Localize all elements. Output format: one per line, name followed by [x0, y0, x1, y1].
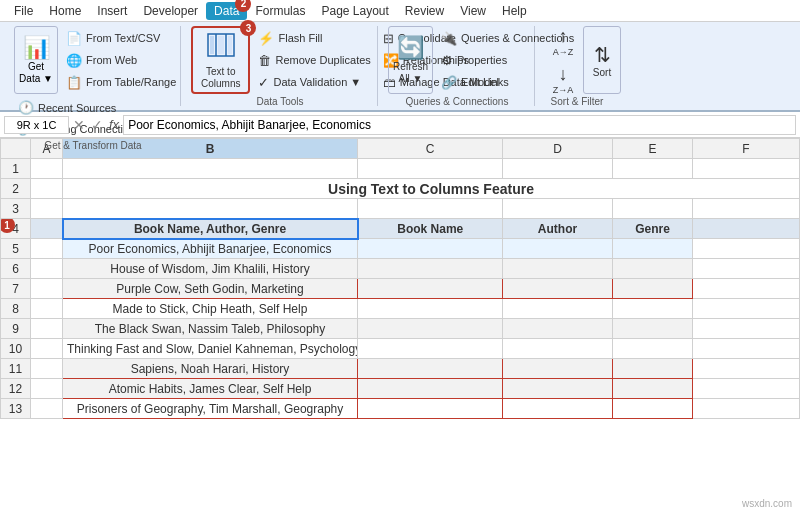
cell-a5[interactable] [31, 239, 63, 259]
sort-az-button[interactable]: ↑ A→Z [545, 24, 581, 59]
cell-f10[interactable] [693, 339, 800, 359]
cell-e3[interactable] [613, 199, 693, 219]
from-table-button[interactable]: 📋 From Table/Range [62, 73, 180, 92]
menu-view[interactable]: View [452, 2, 494, 20]
cell-b12[interactable]: Atomic Habits, James Clear, Self Help [63, 379, 358, 399]
confirm-icon[interactable]: ✓ [91, 117, 103, 133]
cell-d13[interactable] [503, 399, 613, 419]
from-web-button[interactable]: 🌐 From Web [62, 51, 180, 70]
cell-e5[interactable] [613, 239, 693, 259]
cell-b1[interactable] [63, 159, 358, 179]
sort-za-button[interactable]: ↓ Z→A [545, 62, 581, 97]
col-header-d[interactable]: D [503, 139, 613, 159]
cell-f12[interactable] [693, 379, 800, 399]
cell-c8[interactable] [358, 299, 503, 319]
cell-c4[interactable]: Book Name [358, 219, 503, 239]
cell-d3[interactable] [503, 199, 613, 219]
cell-c11[interactable] [358, 359, 503, 379]
cell-c12[interactable] [358, 379, 503, 399]
cell-d10[interactable] [503, 339, 613, 359]
menu-developer[interactable]: Developer [135, 2, 206, 20]
cell-a10[interactable] [31, 339, 63, 359]
cell-c6[interactable] [358, 259, 503, 279]
cell-d11[interactable] [503, 359, 613, 379]
cell-c9[interactable] [358, 319, 503, 339]
cell-a2[interactable] [31, 179, 63, 199]
cell-b3[interactable] [63, 199, 358, 219]
cell-a12[interactable] [31, 379, 63, 399]
cell-e4[interactable]: Genre [613, 219, 693, 239]
cell-c5[interactable] [358, 239, 503, 259]
cell-a8[interactable] [31, 299, 63, 319]
cell-b9[interactable]: The Black Swan, Nassim Taleb, Philosophy [63, 319, 358, 339]
cell-a7[interactable] [31, 279, 63, 299]
cell-f6[interactable] [693, 259, 800, 279]
refresh-all-button[interactable]: 🔄 RefreshAll ▼ [388, 26, 433, 94]
sort-button[interactable]: ⇅ Sort [583, 26, 621, 94]
col-header-c[interactable]: C [358, 139, 503, 159]
cell-f7[interactable] [693, 279, 800, 299]
cancel-icon[interactable]: ✕ [73, 117, 85, 133]
data-validation-button[interactable]: ✓ Data Validation ▼ [254, 73, 374, 92]
cell-d12[interactable] [503, 379, 613, 399]
cell-f13[interactable] [693, 399, 800, 419]
cell-f3[interactable] [693, 199, 800, 219]
cell-e8[interactable] [613, 299, 693, 319]
cell-b2-title[interactable]: Using Text to Columns Feature [63, 179, 800, 199]
get-data-button[interactable]: 📊 GetData ▼ [14, 26, 58, 94]
cell-a3[interactable] [31, 199, 63, 219]
cell-c3[interactable] [358, 199, 503, 219]
cell-e10[interactable] [613, 339, 693, 359]
flash-fill-button[interactable]: ⚡ Flash Fill [254, 29, 374, 48]
cell-a9[interactable] [31, 319, 63, 339]
cell-f9[interactable] [693, 319, 800, 339]
cell-d9[interactable] [503, 319, 613, 339]
col-header-f[interactable]: F [693, 139, 800, 159]
cell-d4[interactable]: Author [503, 219, 613, 239]
menu-data[interactable]: Data 2 [206, 2, 247, 20]
cell-c13[interactable] [358, 399, 503, 419]
cell-b7[interactable]: Purple Cow, Seth Godin, Marketing [63, 279, 358, 299]
menu-page-layout[interactable]: Page Layout [313, 2, 396, 20]
insert-function-icon[interactable]: fx [109, 117, 119, 132]
cell-b6[interactable]: House of Wisdom, Jim Khalili, History [63, 259, 358, 279]
text-to-columns-button[interactable]: Text toColumns [195, 30, 246, 90]
menu-home[interactable]: Home [41, 2, 89, 20]
cell-b8[interactable]: Made to Stick, Chip Heath, Self Help [63, 299, 358, 319]
cell-a13[interactable] [31, 399, 63, 419]
cell-b5[interactable]: Poor Economics, Abhijit Banarjee, Econom… [63, 239, 358, 259]
cell-b13[interactable]: Prisoners of Geography, Tim Marshall, Ge… [63, 399, 358, 419]
formula-input[interactable] [123, 115, 796, 135]
cell-d5[interactable] [503, 239, 613, 259]
menu-insert[interactable]: Insert [89, 2, 135, 20]
menu-review[interactable]: Review [397, 2, 452, 20]
cell-d7[interactable] [503, 279, 613, 299]
cell-e9[interactable] [613, 319, 693, 339]
cell-b4[interactable]: Book Name, Author, Genre [63, 219, 358, 239]
cell-a1[interactable] [31, 159, 63, 179]
cell-a4[interactable] [31, 219, 63, 239]
cell-e7[interactable] [613, 279, 693, 299]
cell-e13[interactable] [613, 399, 693, 419]
cell-a11[interactable] [31, 359, 63, 379]
menu-help[interactable]: Help [494, 2, 535, 20]
cell-e1[interactable] [613, 159, 693, 179]
cell-c1[interactable] [358, 159, 503, 179]
cell-d1[interactable] [503, 159, 613, 179]
cell-reference-input[interactable] [4, 116, 69, 134]
cell-d8[interactable] [503, 299, 613, 319]
cell-c7[interactable] [358, 279, 503, 299]
menu-file[interactable]: File [6, 2, 41, 20]
cell-e11[interactable] [613, 359, 693, 379]
cell-f11[interactable] [693, 359, 800, 379]
cell-a6[interactable] [31, 259, 63, 279]
cell-e12[interactable] [613, 379, 693, 399]
cell-e6[interactable] [613, 259, 693, 279]
from-text-csv-button[interactable]: 📄 From Text/CSV [62, 29, 180, 48]
cell-b10[interactable]: Thinking Fast and Slow, Daniel Kahneman,… [63, 339, 358, 359]
remove-duplicates-button[interactable]: 🗑 Remove Duplicates [254, 51, 374, 70]
cell-c10[interactable] [358, 339, 503, 359]
cell-f4[interactable] [693, 219, 800, 239]
cell-f8[interactable] [693, 299, 800, 319]
cell-b11[interactable]: Sapiens, Noah Harari, History [63, 359, 358, 379]
